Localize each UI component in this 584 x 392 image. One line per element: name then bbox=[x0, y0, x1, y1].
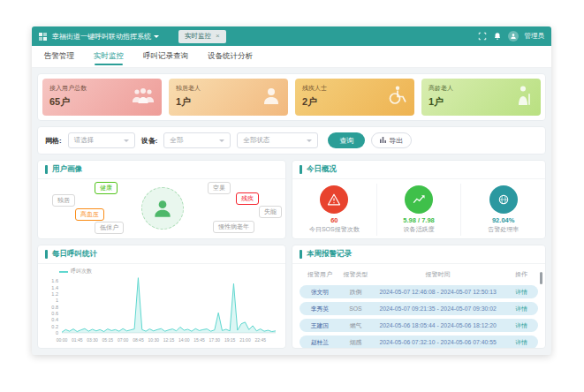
chevron-down-icon bbox=[124, 139, 129, 142]
profile-tag: 残疾 bbox=[236, 192, 259, 205]
cell-time: 2024-05-06 18:05:44 - 2024-05-06 18:12:2… bbox=[371, 322, 504, 328]
svg-text:03:30: 03:30 bbox=[87, 337, 98, 343]
legend-swatch bbox=[59, 271, 68, 273]
table-scrollbar[interactable] bbox=[540, 272, 542, 284]
alarm-records-panel: 本周报警记录 报警用户 报警类型 报警时间 操作 张文明 跌倒 2024-05-… bbox=[292, 245, 546, 349]
export-icon bbox=[380, 137, 386, 145]
svg-text:00:00: 00:00 bbox=[57, 337, 68, 343]
stat-card-disabled[interactable]: 残疾人士 2户 bbox=[295, 79, 414, 116]
close-icon[interactable]: × bbox=[216, 33, 220, 40]
svg-text:22:45: 22:45 bbox=[254, 337, 266, 343]
elderly-icon bbox=[514, 85, 534, 109]
svg-text:15:45: 15:45 bbox=[193, 337, 205, 343]
overview-value: 92.04% bbox=[461, 216, 545, 224]
overview-item-sos[interactable]: 60 今日SOS报警次数 bbox=[292, 184, 377, 236]
overview-item-activity[interactable]: 5.98 / 7.98 设备活跃度 bbox=[377, 184, 462, 236]
export-button[interactable]: 导出 bbox=[371, 132, 412, 148]
cell-type: 跌倒 bbox=[340, 288, 371, 297]
cell-time: 2024-05-07 12:46:08 - 2024-05-07 12:50:1… bbox=[371, 289, 504, 295]
nav-tabbar: 告警管理 实时监控 呼叫记录查询 设备统计分析 bbox=[32, 46, 551, 68]
chevron-down-icon bbox=[219, 139, 224, 142]
overview-items: 60 今日SOS报警次数 5.98 / 7.98 设备活跃度 bbox=[292, 179, 545, 239]
alarm-records-table: 报警用户 报警类型 报警时间 操作 张文明 跌倒 2024-05-07 12:4… bbox=[292, 264, 545, 349]
svg-text:0.8: 0.8 bbox=[51, 305, 58, 310]
app-title-text: 幸福街道一键呼叫联动指挥系统 bbox=[52, 32, 151, 41]
svg-text:0.2: 0.2 bbox=[51, 324, 58, 329]
chart-legend: 呼叫次数 bbox=[59, 268, 92, 275]
grid-select[interactable]: 请选择 bbox=[68, 132, 135, 148]
open-page-tab-label: 实时监控 bbox=[185, 32, 211, 41]
device-type-select[interactable]: 全部 bbox=[163, 132, 231, 148]
profile-tag: 慢性病老年 bbox=[213, 221, 254, 233]
app-title[interactable]: 幸福街道一键呼叫联动指挥系统 bbox=[52, 32, 159, 41]
filter-bar: 网格: 请选择 设备: 全部 全部状态 查询 导出 bbox=[37, 126, 546, 155]
user-group-icon bbox=[132, 86, 155, 109]
status-select-value: 全部状态 bbox=[243, 136, 269, 145]
section-accent-bar bbox=[300, 165, 302, 174]
column-header: 操作 bbox=[504, 270, 538, 279]
cell-user: 赵桂兰 bbox=[300, 338, 340, 347]
nav-tab-alarms[interactable]: 告警管理 bbox=[44, 46, 74, 67]
stat-card-elderly[interactable]: 高龄老人 1户 bbox=[421, 79, 541, 116]
detail-link[interactable]: 详情 bbox=[504, 321, 538, 330]
nav-tab-device-stats[interactable]: 设备统计分析 bbox=[208, 46, 253, 67]
open-page-tab[interactable]: 实时监控 × bbox=[178, 30, 226, 43]
warning-icon bbox=[320, 185, 348, 214]
search-button[interactable]: 查询 bbox=[328, 132, 365, 148]
detail-link[interactable]: 详情 bbox=[504, 288, 538, 297]
nav-tab-call-records[interactable]: 呼叫记录查询 bbox=[143, 46, 188, 67]
middle-row: 用户画像 健康 独居 高血压 低保户 空巢 残疾 失能 慢性病老年 bbox=[37, 160, 546, 239]
overview-label: 今日SOS报警次数 bbox=[292, 225, 376, 234]
cell-type: SOS bbox=[340, 305, 371, 312]
cell-user: 张文明 bbox=[300, 288, 340, 297]
svg-text:08:45: 08:45 bbox=[133, 337, 144, 343]
section-accent-bar bbox=[45, 165, 48, 174]
panel-header: 每日呼叫统计 bbox=[38, 245, 285, 264]
type-filter-label: 设备: bbox=[141, 136, 158, 146]
column-header: 报警时间 bbox=[371, 270, 504, 279]
svg-text:14:00: 14:00 bbox=[178, 337, 190, 343]
wheelchair-icon bbox=[387, 86, 407, 109]
svg-text:0: 0 bbox=[56, 330, 58, 335]
table-header-row: 报警用户 报警类型 报警时间 操作 bbox=[300, 268, 538, 282]
svg-text:01:45: 01:45 bbox=[72, 337, 83, 343]
detail-link[interactable]: 详情 bbox=[504, 305, 538, 313]
chevron-down-icon bbox=[154, 35, 159, 38]
svg-text:07:00: 07:00 bbox=[118, 337, 129, 343]
avatar[interactable] bbox=[508, 31, 519, 41]
table-row: 张文明 跌倒 2024-05-07 12:46:08 - 2024-05-07 … bbox=[300, 285, 538, 298]
table-row: 李秀英 SOS 2024-05-07 09:21:35 - 2024-05-07… bbox=[300, 302, 538, 315]
svg-text:0.6: 0.6 bbox=[51, 311, 58, 316]
overview-label: 告警处理率 bbox=[461, 225, 545, 234]
svg-text:10:30: 10:30 bbox=[148, 337, 159, 343]
status-select[interactable]: 全部状态 bbox=[237, 132, 318, 148]
titlebar-actions: 管理员 bbox=[478, 31, 545, 41]
panel-header: 今日概况 bbox=[292, 161, 545, 179]
panel-header: 用户画像 bbox=[38, 161, 285, 179]
detail-link[interactable]: 详情 bbox=[504, 338, 538, 347]
bell-icon[interactable] bbox=[493, 32, 502, 41]
username-label[interactable]: 管理员 bbox=[525, 32, 545, 41]
svg-text:1.6: 1.6 bbox=[51, 278, 58, 283]
profile-avatar bbox=[141, 187, 184, 230]
cell-user: 李秀英 bbox=[300, 305, 340, 313]
nav-tab-monitoring[interactable]: 实时监控 bbox=[94, 46, 124, 67]
user-profile-panel: 用户画像 健康 独居 高血压 低保户 空巢 残疾 失能 慢性病老年 bbox=[37, 160, 286, 239]
titlebar: 幸福街道一键呼叫联动指挥系统 实时监控 × 管理员 bbox=[32, 26, 551, 46]
column-header: 报警用户 bbox=[300, 270, 340, 279]
stat-card-living-alone[interactable]: 独居老人 1户 bbox=[169, 79, 288, 116]
panel-title: 每日呼叫统计 bbox=[52, 249, 97, 260]
profile-tag: 独居 bbox=[52, 194, 75, 207]
profile-tag: 失能 bbox=[259, 206, 282, 218]
panel-title: 今日概况 bbox=[307, 164, 337, 175]
profile-tag-diagram: 健康 独居 高血压 低保户 空巢 残疾 失能 慢性病老年 bbox=[38, 179, 285, 239]
svg-text:0.4: 0.4 bbox=[51, 317, 58, 322]
globe-icon bbox=[489, 185, 518, 214]
trend-icon bbox=[405, 185, 433, 214]
overview-value: 60 bbox=[292, 216, 376, 224]
app-window: 幸福街道一键呼叫联动指挥系统 实时监控 × 管理员 告警管理 实时监控 呼叫记录… bbox=[32, 26, 551, 355]
grid-select-value: 请选择 bbox=[74, 136, 95, 145]
fullscreen-icon[interactable] bbox=[478, 32, 487, 41]
stat-card-total-users[interactable]: 接入用户总数 65户 bbox=[42, 79, 162, 116]
overview-item-handle-rate[interactable]: 92.04% 告警处理率 bbox=[461, 184, 545, 236]
